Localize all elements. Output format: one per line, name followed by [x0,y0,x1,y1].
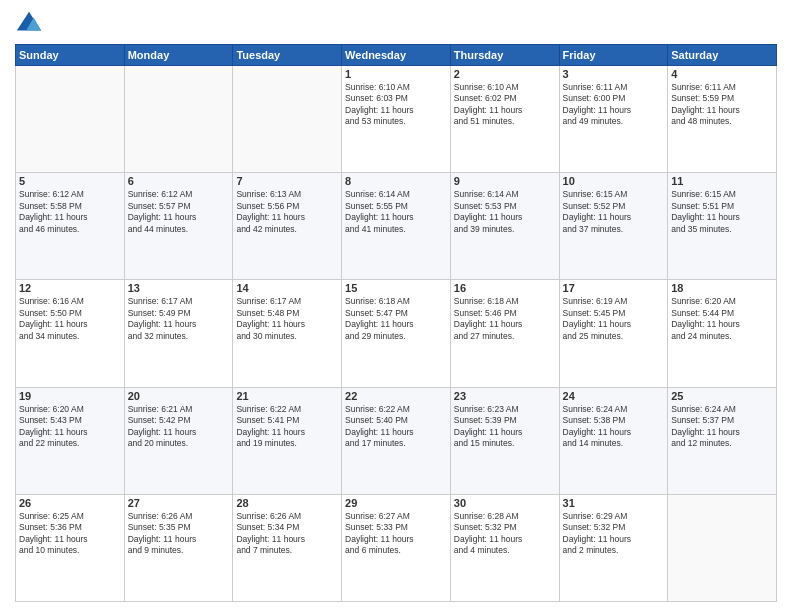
day-number: 6 [128,175,230,187]
weekday-header-thursday: Thursday [450,45,559,66]
day-number: 5 [19,175,121,187]
calendar-cell: 24Sunrise: 6:24 AMSunset: 5:38 PMDayligh… [559,387,668,494]
cell-sun-info: Sunrise: 6:14 AMSunset: 5:53 PMDaylight:… [454,189,556,235]
calendar-cell [124,66,233,173]
cell-sun-info: Sunrise: 6:15 AMSunset: 5:52 PMDaylight:… [563,189,665,235]
calendar-cell: 8Sunrise: 6:14 AMSunset: 5:55 PMDaylight… [342,173,451,280]
day-number: 11 [671,175,773,187]
day-number: 14 [236,282,338,294]
day-number: 3 [563,68,665,80]
cell-sun-info: Sunrise: 6:17 AMSunset: 5:48 PMDaylight:… [236,296,338,342]
calendar-cell: 28Sunrise: 6:26 AMSunset: 5:34 PMDayligh… [233,494,342,601]
calendar-cell: 4Sunrise: 6:11 AMSunset: 5:59 PMDaylight… [668,66,777,173]
day-number: 12 [19,282,121,294]
day-number: 23 [454,390,556,402]
cell-sun-info: Sunrise: 6:17 AMSunset: 5:49 PMDaylight:… [128,296,230,342]
day-number: 25 [671,390,773,402]
calendar-cell: 3Sunrise: 6:11 AMSunset: 6:00 PMDaylight… [559,66,668,173]
calendar-cell: 10Sunrise: 6:15 AMSunset: 5:52 PMDayligh… [559,173,668,280]
cell-sun-info: Sunrise: 6:26 AMSunset: 5:34 PMDaylight:… [236,511,338,557]
calendar-cell [668,494,777,601]
calendar-cell [233,66,342,173]
cell-sun-info: Sunrise: 6:20 AMSunset: 5:44 PMDaylight:… [671,296,773,342]
cell-sun-info: Sunrise: 6:15 AMSunset: 5:51 PMDaylight:… [671,189,773,235]
calendar-cell: 23Sunrise: 6:23 AMSunset: 5:39 PMDayligh… [450,387,559,494]
weekday-header-wednesday: Wednesday [342,45,451,66]
calendar-cell: 1Sunrise: 6:10 AMSunset: 6:03 PMDaylight… [342,66,451,173]
calendar-cell: 7Sunrise: 6:13 AMSunset: 5:56 PMDaylight… [233,173,342,280]
day-number: 4 [671,68,773,80]
calendar-cell: 2Sunrise: 6:10 AMSunset: 6:02 PMDaylight… [450,66,559,173]
day-number: 1 [345,68,447,80]
calendar-cell: 5Sunrise: 6:12 AMSunset: 5:58 PMDaylight… [16,173,125,280]
cell-sun-info: Sunrise: 6:14 AMSunset: 5:55 PMDaylight:… [345,189,447,235]
day-number: 18 [671,282,773,294]
calendar-cell: 31Sunrise: 6:29 AMSunset: 5:32 PMDayligh… [559,494,668,601]
calendar-cell: 14Sunrise: 6:17 AMSunset: 5:48 PMDayligh… [233,280,342,387]
cell-sun-info: Sunrise: 6:10 AMSunset: 6:03 PMDaylight:… [345,82,447,128]
cell-sun-info: Sunrise: 6:12 AMSunset: 5:58 PMDaylight:… [19,189,121,235]
header [15,10,777,38]
cell-sun-info: Sunrise: 6:10 AMSunset: 6:02 PMDaylight:… [454,82,556,128]
day-number: 20 [128,390,230,402]
day-number: 24 [563,390,665,402]
weekday-header-tuesday: Tuesday [233,45,342,66]
day-number: 19 [19,390,121,402]
day-number: 2 [454,68,556,80]
weekday-header-friday: Friday [559,45,668,66]
day-number: 17 [563,282,665,294]
calendar-week-row: 19Sunrise: 6:20 AMSunset: 5:43 PMDayligh… [16,387,777,494]
cell-sun-info: Sunrise: 6:29 AMSunset: 5:32 PMDaylight:… [563,511,665,557]
day-number: 22 [345,390,447,402]
calendar-week-row: 5Sunrise: 6:12 AMSunset: 5:58 PMDaylight… [16,173,777,280]
day-number: 16 [454,282,556,294]
cell-sun-info: Sunrise: 6:18 AMSunset: 5:46 PMDaylight:… [454,296,556,342]
cell-sun-info: Sunrise: 6:27 AMSunset: 5:33 PMDaylight:… [345,511,447,557]
cell-sun-info: Sunrise: 6:11 AMSunset: 5:59 PMDaylight:… [671,82,773,128]
day-number: 10 [563,175,665,187]
logo-icon [15,10,43,38]
cell-sun-info: Sunrise: 6:26 AMSunset: 5:35 PMDaylight:… [128,511,230,557]
day-number: 15 [345,282,447,294]
day-number: 28 [236,497,338,509]
calendar-cell: 16Sunrise: 6:18 AMSunset: 5:46 PMDayligh… [450,280,559,387]
calendar-cell: 22Sunrise: 6:22 AMSunset: 5:40 PMDayligh… [342,387,451,494]
calendar-week-row: 12Sunrise: 6:16 AMSunset: 5:50 PMDayligh… [16,280,777,387]
calendar-cell: 18Sunrise: 6:20 AMSunset: 5:44 PMDayligh… [668,280,777,387]
calendar-cell: 15Sunrise: 6:18 AMSunset: 5:47 PMDayligh… [342,280,451,387]
calendar-week-row: 1Sunrise: 6:10 AMSunset: 6:03 PMDaylight… [16,66,777,173]
cell-sun-info: Sunrise: 6:12 AMSunset: 5:57 PMDaylight:… [128,189,230,235]
day-number: 29 [345,497,447,509]
calendar-table: SundayMondayTuesdayWednesdayThursdayFrid… [15,44,777,602]
cell-sun-info: Sunrise: 6:11 AMSunset: 6:00 PMDaylight:… [563,82,665,128]
calendar-cell: 13Sunrise: 6:17 AMSunset: 5:49 PMDayligh… [124,280,233,387]
weekday-header-saturday: Saturday [668,45,777,66]
calendar-cell: 19Sunrise: 6:20 AMSunset: 5:43 PMDayligh… [16,387,125,494]
calendar-cell: 9Sunrise: 6:14 AMSunset: 5:53 PMDaylight… [450,173,559,280]
day-number: 9 [454,175,556,187]
calendar-cell: 27Sunrise: 6:26 AMSunset: 5:35 PMDayligh… [124,494,233,601]
cell-sun-info: Sunrise: 6:22 AMSunset: 5:41 PMDaylight:… [236,404,338,450]
logo [15,10,47,38]
calendar-cell: 26Sunrise: 6:25 AMSunset: 5:36 PMDayligh… [16,494,125,601]
calendar-cell: 25Sunrise: 6:24 AMSunset: 5:37 PMDayligh… [668,387,777,494]
day-number: 30 [454,497,556,509]
cell-sun-info: Sunrise: 6:24 AMSunset: 5:37 PMDaylight:… [671,404,773,450]
cell-sun-info: Sunrise: 6:24 AMSunset: 5:38 PMDaylight:… [563,404,665,450]
calendar-cell: 6Sunrise: 6:12 AMSunset: 5:57 PMDaylight… [124,173,233,280]
calendar-cell: 17Sunrise: 6:19 AMSunset: 5:45 PMDayligh… [559,280,668,387]
calendar-cell: 30Sunrise: 6:28 AMSunset: 5:32 PMDayligh… [450,494,559,601]
calendar-cell: 12Sunrise: 6:16 AMSunset: 5:50 PMDayligh… [16,280,125,387]
cell-sun-info: Sunrise: 6:28 AMSunset: 5:32 PMDaylight:… [454,511,556,557]
weekday-header-monday: Monday [124,45,233,66]
weekday-header-sunday: Sunday [16,45,125,66]
calendar-cell: 11Sunrise: 6:15 AMSunset: 5:51 PMDayligh… [668,173,777,280]
cell-sun-info: Sunrise: 6:20 AMSunset: 5:43 PMDaylight:… [19,404,121,450]
calendar-cell: 20Sunrise: 6:21 AMSunset: 5:42 PMDayligh… [124,387,233,494]
day-number: 26 [19,497,121,509]
calendar-header-row: SundayMondayTuesdayWednesdayThursdayFrid… [16,45,777,66]
day-number: 21 [236,390,338,402]
cell-sun-info: Sunrise: 6:23 AMSunset: 5:39 PMDaylight:… [454,404,556,450]
calendar-cell: 29Sunrise: 6:27 AMSunset: 5:33 PMDayligh… [342,494,451,601]
cell-sun-info: Sunrise: 6:18 AMSunset: 5:47 PMDaylight:… [345,296,447,342]
